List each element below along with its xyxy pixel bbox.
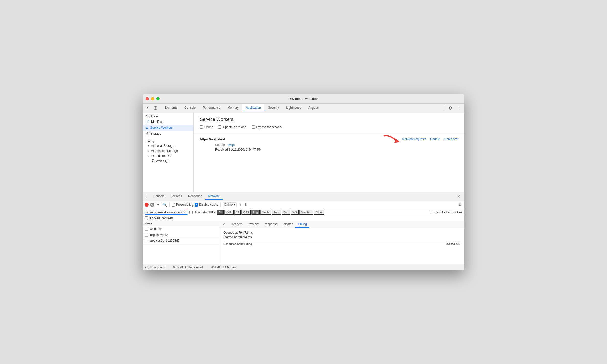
sidebar-item-session-storage[interactable]: ▶ ▤ Session Storage — [143, 148, 193, 153]
request-item-font[interactable]: regular.woff2 — [143, 232, 219, 238]
detail-close-button[interactable]: ✕ — [221, 221, 226, 227]
filter-type-doc[interactable]: Doc — [282, 210, 290, 215]
filter-type-js[interactable]: JS — [234, 210, 241, 215]
filter-clear-icon[interactable]: ✕ — [183, 210, 186, 214]
tab-performance[interactable]: Performance — [199, 104, 224, 112]
throttling-select[interactable]: Online ▾ — [223, 202, 237, 207]
window-controls — [146, 97, 160, 100]
chevron-down-icon: ▾ — [234, 203, 235, 207]
filter-type-css[interactable]: CSS — [241, 210, 251, 215]
sidebar-item-storage[interactable]: 🗄 Storage — [143, 131, 193, 137]
filter-type-other[interactable]: Other — [314, 210, 325, 215]
tab-memory[interactable]: Memory — [224, 104, 242, 112]
resource-size: 616 kB / 1.1 MB res — [211, 266, 236, 269]
filter-input[interactable] — [146, 211, 182, 214]
sidebar-item-indexeddb[interactable]: ▶ 🗂 IndexedDB — [143, 153, 193, 159]
unregister-link[interactable]: Unregister — [444, 137, 458, 141]
disable-cache-label[interactable]: Disable cache — [195, 203, 218, 207]
cursor-icon[interactable] — [145, 105, 151, 111]
filter-input-wrap: ✕ — [145, 210, 188, 215]
request-item-css[interactable]: app.css?v=6e2768d7 — [143, 238, 219, 244]
sidebar: Application 📄 Manifest ⚙ Service Workers… — [143, 113, 194, 192]
settings-icon[interactable]: ⚙ — [447, 105, 454, 111]
offline-checkbox[interactable] — [200, 125, 203, 129]
filter-type-xhr[interactable]: XHR — [224, 210, 234, 215]
offline-checkbox-label[interactable]: Offline — [200, 125, 213, 129]
tab-application[interactable]: Application — [242, 104, 264, 112]
bottom-tab-network[interactable]: Network — [205, 193, 223, 200]
service-workers-section: Service Workers Offline Update on reload… — [194, 113, 464, 133]
sidebar-item-service-workers[interactable]: ⚙ Service Workers — [143, 125, 193, 131]
more-icon[interactable]: ⋮ — [456, 105, 462, 111]
bottom-tab-sources[interactable]: Sources — [168, 193, 185, 200]
upload-icon[interactable]: ⬆ — [238, 202, 242, 207]
detail-tab-response[interactable]: Response — [261, 221, 280, 228]
arrow-right-icon-3: ▶ — [148, 155, 149, 157]
network-requests-link[interactable]: Network requests — [402, 137, 426, 141]
preserve-log-label[interactable]: Preserve log — [172, 203, 193, 207]
tab-angular[interactable]: Angular — [305, 104, 322, 112]
duration-label: DURATION — [446, 242, 460, 245]
tab-elements[interactable]: Elements — [161, 104, 181, 112]
blocked-requests-checkbox[interactable] — [145, 216, 148, 220]
preserve-log-checkbox[interactable] — [172, 203, 175, 207]
close-bottom-panel-button[interactable]: ✕ — [455, 193, 462, 200]
tab-lighthouse[interactable]: Lighthouse — [283, 104, 305, 112]
filter-type-ws[interactable]: WS — [291, 210, 299, 215]
tab-security[interactable]: Security — [264, 104, 283, 112]
maximize-button[interactable] — [156, 97, 160, 100]
stop-button[interactable]: ⊘ — [150, 203, 154, 207]
blocked-requests-label: Blocked Requests — [149, 216, 174, 220]
bottom-tab-console[interactable]: Console — [150, 193, 168, 200]
update-link[interactable]: Update — [430, 137, 440, 141]
session-storage-grid-icon: ▤ — [151, 149, 154, 153]
detail-tab-initiator[interactable]: Initiator — [280, 221, 295, 228]
request-list: Name web.dev regular.woff2 app.css?v=6e2… — [143, 221, 219, 264]
started-at-row: Started at 794.94 ms — [223, 235, 460, 239]
main-content: Application 📄 Manifest ⚙ Service Workers… — [143, 113, 464, 192]
filter-type-manifest[interactable]: Manifest — [299, 210, 313, 215]
bottom-tabs-more-icon[interactable]: ⋮ — [145, 193, 149, 199]
online-label: Online — [224, 203, 233, 207]
close-button[interactable] — [146, 97, 149, 100]
filter-type-all[interactable]: All — [217, 210, 224, 215]
request-item-webdev[interactable]: web.dev — [143, 226, 219, 232]
record-button[interactable] — [145, 203, 149, 207]
hide-data-urls-checkbox[interactable] — [189, 211, 193, 214]
download-icon[interactable]: ⬇ — [244, 202, 248, 207]
panel-icon[interactable] — [152, 105, 159, 111]
sw-received-text: Received 11/11/2020, 2:54:47 PM — [215, 148, 261, 151]
sw-entry: https://web.dev/ Network requests Update — [194, 133, 464, 156]
sidebar-item-web-sql[interactable]: 🗄 Web SQL — [143, 159, 193, 164]
has-blocked-cookies-checkbox[interactable] — [430, 211, 433, 214]
detail-tab-preview[interactable]: Preview — [245, 221, 261, 228]
filter-type-font[interactable]: Font — [272, 210, 281, 215]
detail-tab-headers[interactable]: Headers — [228, 221, 245, 228]
bypass-for-network-checkbox-label[interactable]: Bypass for network — [252, 125, 282, 129]
search-icon[interactable]: 🔍 — [162, 202, 167, 207]
resource-scheduling-label: Resource Scheduling — [223, 242, 252, 245]
request-file-icon — [145, 227, 148, 231]
update-on-reload-checkbox-label[interactable]: Update on reload — [218, 125, 246, 129]
web-sql-icon: 🗄 — [151, 159, 154, 163]
sidebar-item-manifest[interactable]: 📄 Manifest — [143, 119, 193, 125]
has-blocked-cookies: Has blocked cookies — [430, 211, 462, 214]
filter-bar: ✕ Hide data URLs All XHR JS CSS Img Medi… — [143, 209, 464, 216]
sw-received-row: Received 11/11/2020, 2:54:47 PM — [215, 148, 458, 151]
hide-data-urls-label[interactable]: Hide data URLs — [189, 211, 215, 214]
detail-tab-timing[interactable]: Timing — [295, 221, 309, 228]
sw-source-file[interactable]: sw.js — [228, 143, 235, 147]
tab-console[interactable]: Console — [181, 104, 199, 112]
network-settings-icon[interactable]: ⚙ — [458, 202, 462, 207]
disable-cache-checkbox[interactable] — [195, 203, 198, 207]
queued-at-text: Queued at 794.72 ms — [223, 231, 253, 234]
sidebar-item-local-storage[interactable]: ▶ ▤ Local Storage — [143, 143, 193, 148]
filter-funnel-icon[interactable]: ▼ — [156, 202, 160, 207]
bypass-for-network-checkbox[interactable] — [252, 125, 255, 129]
devtools-tab-bar: Elements Console Performance Memory Appl… — [143, 104, 464, 113]
filter-type-img[interactable]: Img — [251, 210, 260, 215]
minimize-button[interactable] — [151, 97, 154, 100]
filter-type-media[interactable]: Media — [260, 210, 271, 215]
update-on-reload-checkbox[interactable] — [218, 125, 221, 129]
bottom-tab-rendering[interactable]: Rendering — [185, 193, 205, 200]
